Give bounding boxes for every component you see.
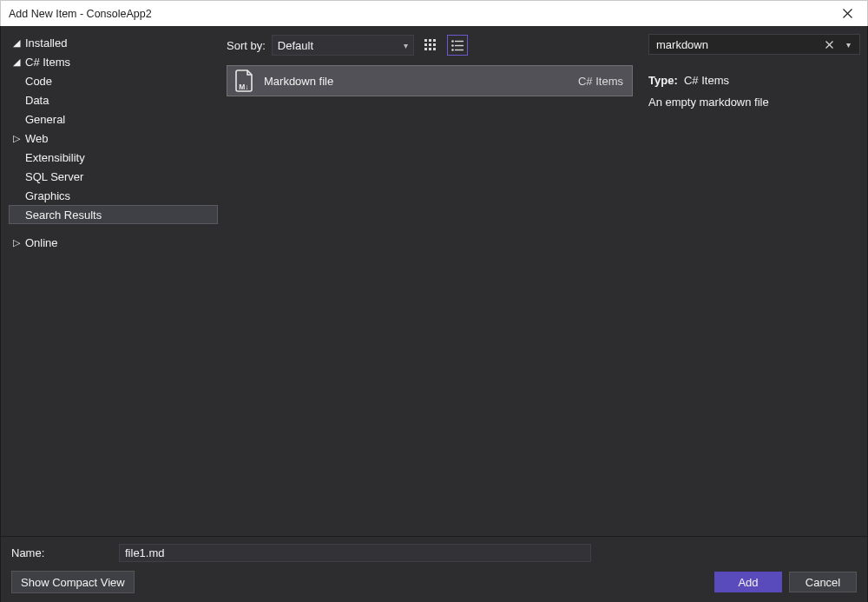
titlebar: Add New Item - ConsoleApp2 bbox=[0, 0, 868, 26]
svg-rect-4 bbox=[433, 39, 436, 42]
window-title: Add New Item - ConsoleApp2 bbox=[9, 8, 827, 20]
template-list: M↓ Markdown file C# Items bbox=[227, 65, 633, 96]
bottom-bar: Name: Show Compact View Add Cancel bbox=[0, 537, 868, 602]
info-type-label: Type: bbox=[648, 74, 678, 87]
tree-item-installed[interactable]: ◢ Installed bbox=[10, 33, 218, 52]
search-box[interactable]: ▾ bbox=[648, 34, 860, 55]
add-button[interactable]: Add bbox=[714, 572, 782, 592]
tree-item-online[interactable]: ▷ Online bbox=[10, 233, 218, 252]
tree-item-data[interactable]: Data bbox=[10, 90, 218, 109]
svg-point-13 bbox=[451, 44, 454, 47]
markdown-file-icon: M↓ bbox=[234, 69, 255, 92]
svg-rect-12 bbox=[455, 40, 464, 41]
svg-rect-14 bbox=[455, 44, 464, 45]
chevron-down-icon: ◢ bbox=[11, 56, 22, 68]
chevron-down-icon: ◢ bbox=[11, 37, 22, 49]
tree-label: Extensibility bbox=[25, 151, 85, 164]
name-label: Name: bbox=[11, 546, 108, 559]
tree-label: Installed bbox=[25, 36, 67, 50]
svg-rect-10 bbox=[433, 48, 436, 50]
view-list-button[interactable] bbox=[447, 35, 468, 56]
chevron-down-icon: ▾ bbox=[404, 41, 408, 50]
tree-item-general[interactable]: General bbox=[10, 109, 218, 129]
svg-point-11 bbox=[451, 40, 454, 43]
sidebar: ◢ Installed ◢ C# Items Code Data bbox=[1, 26, 227, 536]
name-input[interactable] bbox=[119, 544, 591, 562]
svg-text:M↓: M↓ bbox=[239, 83, 248, 91]
info-panel: ▾ Type: C# Items An empty markdown file bbox=[640, 26, 867, 536]
tree-item-graphics[interactable]: Graphics bbox=[10, 186, 218, 205]
svg-point-15 bbox=[451, 49, 454, 51]
tree-label: General bbox=[25, 113, 65, 126]
info-type-value: C# Items bbox=[684, 74, 729, 87]
template-item-markdown[interactable]: M↓ Markdown file C# Items bbox=[227, 65, 633, 96]
tree-label: Graphics bbox=[25, 189, 70, 202]
chevron-right-icon: ▷ bbox=[11, 237, 22, 248]
svg-rect-8 bbox=[424, 48, 427, 50]
tree-item-search-results[interactable]: Search Results bbox=[9, 205, 218, 224]
tree-item-extensibility[interactable]: Extensibility bbox=[10, 148, 218, 167]
tree-item-code[interactable]: Code bbox=[10, 71, 218, 90]
sort-value: Default bbox=[278, 39, 313, 52]
svg-rect-16 bbox=[455, 49, 464, 50]
view-grid-button[interactable] bbox=[420, 35, 441, 56]
chevron-right-icon: ▷ bbox=[11, 133, 22, 144]
category-tree: ◢ Installed ◢ C# Items Code Data bbox=[10, 33, 218, 252]
clear-search-button[interactable] bbox=[821, 36, 837, 52]
tree-label: SQL Server bbox=[25, 170, 83, 183]
tree-label: Data bbox=[25, 94, 49, 107]
name-row: Name: bbox=[11, 544, 857, 562]
button-row: Show Compact View Add Cancel bbox=[11, 571, 857, 593]
tree-item-sqlserver[interactable]: SQL Server bbox=[10, 167, 218, 186]
compact-view-button[interactable]: Show Compact View bbox=[11, 571, 135, 593]
compact-view-label: Show Compact View bbox=[21, 576, 125, 589]
template-item-category: C# Items bbox=[578, 75, 623, 88]
sort-label: Sort by: bbox=[227, 39, 266, 52]
tree-label: Code bbox=[25, 75, 52, 88]
close-icon bbox=[825, 41, 833, 49]
search-dropdown-button[interactable]: ▾ bbox=[840, 36, 856, 52]
cancel-button[interactable]: Cancel bbox=[789, 572, 857, 592]
svg-rect-9 bbox=[429, 48, 431, 50]
list-icon bbox=[451, 40, 464, 51]
svg-rect-3 bbox=[429, 39, 431, 42]
sort-bar: Sort by: Default ▾ bbox=[227, 34, 633, 56]
tree-label: Web bbox=[25, 132, 49, 145]
close-button[interactable] bbox=[827, 1, 867, 27]
svg-rect-5 bbox=[424, 43, 427, 46]
svg-rect-2 bbox=[424, 39, 427, 42]
tree-label: Search Results bbox=[25, 208, 102, 222]
tree-item-web[interactable]: ▷Web bbox=[10, 129, 218, 148]
add-button-label: Add bbox=[738, 576, 758, 589]
info-body: Type: C# Items An empty markdown file bbox=[648, 70, 860, 113]
center-panel: Sort by: Default ▾ bbox=[227, 26, 640, 536]
tree-item-csharp-items[interactable]: ◢ C# Items bbox=[10, 52, 218, 71]
chevron-down-icon: ▾ bbox=[846, 40, 851, 50]
close-icon bbox=[843, 9, 852, 18]
tree-label: C# Items bbox=[25, 56, 70, 69]
search-input[interactable] bbox=[654, 37, 818, 52]
cancel-button-label: Cancel bbox=[806, 576, 840, 589]
grid-icon bbox=[424, 39, 437, 51]
sort-select[interactable]: Default ▾ bbox=[272, 35, 414, 56]
template-item-label: Markdown file bbox=[264, 75, 569, 88]
tree-label: Online bbox=[25, 236, 58, 249]
workspace: ◢ Installed ◢ C# Items Code Data bbox=[0, 26, 868, 536]
svg-rect-6 bbox=[429, 43, 431, 46]
svg-rect-7 bbox=[433, 43, 436, 46]
info-description: An empty markdown file bbox=[648, 92, 860, 114]
